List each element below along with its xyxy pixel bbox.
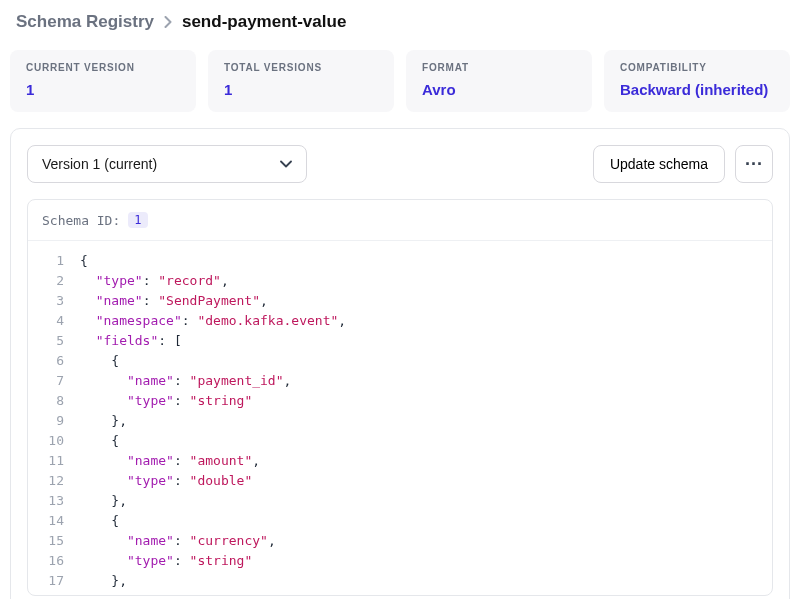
line-number: 3 bbox=[28, 291, 64, 311]
breadcrumb-root[interactable]: Schema Registry bbox=[16, 12, 154, 32]
stat-value: 1 bbox=[224, 81, 378, 98]
code-line: "name": "currency", bbox=[80, 531, 772, 551]
line-number: 11 bbox=[28, 451, 64, 471]
code-line: { bbox=[80, 351, 772, 371]
code-line: "type": "string" bbox=[80, 551, 772, 571]
schema-id-label: Schema ID: bbox=[42, 213, 120, 228]
code-line: "name": "amount", bbox=[80, 451, 772, 471]
line-number: 5 bbox=[28, 331, 64, 351]
line-number: 12 bbox=[28, 471, 64, 491]
more-actions-button[interactable]: ··· bbox=[735, 145, 773, 183]
stat-compatibility: COMPATIBILITY Backward (inherited) bbox=[604, 50, 790, 112]
code-line: { bbox=[80, 511, 772, 531]
chevron-right-icon bbox=[164, 14, 172, 31]
stat-label: CURRENT VERSION bbox=[26, 62, 180, 73]
code-line: }, bbox=[80, 411, 772, 431]
code-line: "fields": [ bbox=[80, 331, 772, 351]
stat-total-versions: TOTAL VERSIONS 1 bbox=[208, 50, 394, 112]
code-line: "type": "double" bbox=[80, 471, 772, 491]
line-number: 7 bbox=[28, 371, 64, 391]
stat-label: COMPATIBILITY bbox=[620, 62, 774, 73]
breadcrumb: Schema Registry send-payment-value bbox=[10, 12, 790, 32]
code-line: }, bbox=[80, 491, 772, 511]
line-number: 8 bbox=[28, 391, 64, 411]
breadcrumb-leaf: send-payment-value bbox=[182, 12, 346, 32]
stat-label: FORMAT bbox=[422, 62, 576, 73]
line-number: 17 bbox=[28, 571, 64, 591]
stat-current-version: CURRENT VERSION 1 bbox=[10, 50, 196, 112]
line-number: 1 bbox=[28, 251, 64, 271]
line-number: 10 bbox=[28, 431, 64, 451]
stat-value: 1 bbox=[26, 81, 180, 98]
code-line: "type": "record", bbox=[80, 271, 772, 291]
line-number: 6 bbox=[28, 351, 64, 371]
stat-format: FORMAT Avro bbox=[406, 50, 592, 112]
code-line: { bbox=[80, 251, 772, 271]
dots-horizontal-icon: ··· bbox=[745, 154, 763, 175]
code-line: "type": "string" bbox=[80, 391, 772, 411]
update-schema-button[interactable]: Update schema bbox=[593, 145, 725, 183]
code-line: { bbox=[80, 431, 772, 451]
line-number: 14 bbox=[28, 511, 64, 531]
code-line: }, bbox=[80, 571, 772, 591]
panel-toolbar: Version 1 (current) Update schema ··· bbox=[27, 145, 773, 183]
code-content: { "type": "record", "name": "SendPayment… bbox=[74, 241, 772, 595]
stat-label: TOTAL VERSIONS bbox=[224, 62, 378, 73]
code-viewer[interactable]: 1234567891011121314151617 { "type": "rec… bbox=[28, 241, 772, 595]
line-number: 16 bbox=[28, 551, 64, 571]
code-gutter: 1234567891011121314151617 bbox=[28, 241, 74, 595]
line-number: 15 bbox=[28, 531, 64, 551]
version-select[interactable]: Version 1 (current) bbox=[27, 145, 307, 183]
code-line: "name": "payment_id", bbox=[80, 371, 772, 391]
schema-id-badge: 1 bbox=[128, 212, 147, 228]
line-number: 4 bbox=[28, 311, 64, 331]
chevron-down-icon bbox=[280, 160, 292, 168]
line-number: 13 bbox=[28, 491, 64, 511]
schema-panel: Version 1 (current) Update schema ··· Sc… bbox=[10, 128, 790, 599]
line-number: 2 bbox=[28, 271, 64, 291]
schema-header: Schema ID: 1 bbox=[28, 200, 772, 241]
line-number: 9 bbox=[28, 411, 64, 431]
schema-box: Schema ID: 1 1234567891011121314151617 {… bbox=[27, 199, 773, 596]
version-select-value: Version 1 (current) bbox=[42, 156, 157, 172]
code-line: "namespace": "demo.kafka.event", bbox=[80, 311, 772, 331]
stat-value: Avro bbox=[422, 81, 576, 98]
code-line: "name": "SendPayment", bbox=[80, 291, 772, 311]
stats-row: CURRENT VERSION 1 TOTAL VERSIONS 1 FORMA… bbox=[10, 50, 790, 112]
stat-value: Backward (inherited) bbox=[620, 81, 774, 98]
